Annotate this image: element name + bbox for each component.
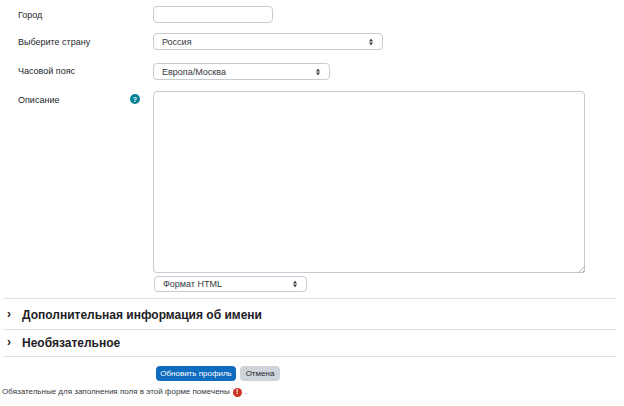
select-arrows-icon (293, 281, 297, 288)
section-title: Необязательное (22, 337, 120, 349)
country-label: Выберите страну (18, 38, 90, 47)
update-profile-button[interactable]: Обновить профиль (156, 366, 236, 381)
description-label: Описание (18, 96, 59, 105)
required-fields-note: Обязательные для заполнения поля в этой … (2, 387, 247, 397)
country-select[interactable]: Россия (153, 33, 383, 50)
timezone-select[interactable]: Европа/Москва (153, 63, 330, 80)
section-title: Дополнительная информация об имени (22, 309, 262, 321)
divider (3, 298, 617, 299)
city-label: Город (18, 11, 42, 20)
divider (3, 356, 617, 357)
required-exclamation-icon: ! (233, 388, 242, 397)
country-select-value: Россия (162, 37, 192, 47)
cancel-button[interactable]: Отмена (240, 366, 280, 381)
timezone-select-value: Европа/Москва (162, 67, 226, 77)
chevron-right-icon: › (7, 308, 11, 320)
help-icon[interactable]: ? (130, 94, 140, 104)
profile-edit-form: Город Выберите страну Россия Часовой поя… (0, 0, 624, 406)
section-header-name-info[interactable]: › Дополнительная информация об имени (0, 303, 624, 327)
timezone-label: Часовой пояс (18, 67, 75, 76)
section-header-optional[interactable]: › Необязательное (0, 331, 624, 355)
select-arrows-icon (369, 38, 373, 45)
city-input[interactable] (153, 6, 273, 23)
select-arrows-icon (316, 68, 320, 75)
divider (3, 329, 617, 330)
format-select-value: Формат HTML (163, 279, 222, 289)
required-note-suffix: . (245, 387, 247, 397)
format-select[interactable]: Формат HTML (154, 276, 307, 292)
chevron-right-icon: › (7, 336, 11, 348)
required-note-text: Обязательные для заполнения поля в этой … (2, 387, 230, 397)
description-textarea[interactable] (153, 91, 585, 273)
